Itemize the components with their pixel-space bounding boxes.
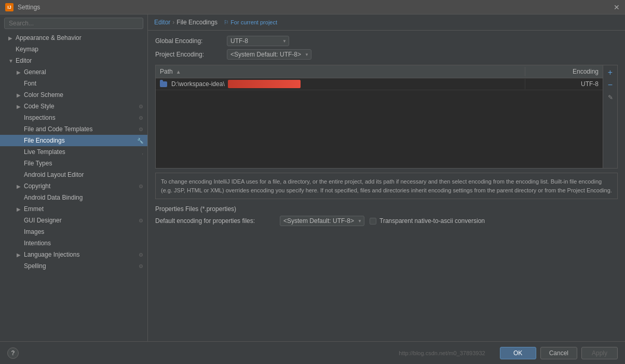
- encoding-form: Global Encoding: UTF-8 UTF-16 ISO-8859-1…: [148, 31, 625, 65]
- sidebar-item-font[interactable]: Font: [0, 78, 147, 89]
- settings-badge-icon: ⚙: [139, 263, 143, 269]
- transparent-checkbox-wrapper: Transparent native-to-ascii conversion: [370, 217, 485, 225]
- main-panel: Editor › File Encodings ⚐ For current pr…: [148, 15, 625, 341]
- path-redacted: [228, 80, 301, 88]
- sidebar-item-file-encodings[interactable]: File Encodings🔧: [0, 135, 147, 146]
- window-title: Settings: [18, 4, 40, 11]
- table-body: D:\workspace-idea\ UTF-8: [156, 78, 603, 168]
- sidebar-item-keymap[interactable]: Keymap: [0, 44, 147, 55]
- expand-icon: ▼: [8, 58, 13, 64]
- properties-row: Default encoding for properties files: <…: [155, 216, 618, 226]
- help-button[interactable]: ?: [7, 347, 19, 359]
- table-cell-encoding: UTF-8: [525, 79, 603, 89]
- remove-path-button[interactable]: −: [605, 80, 616, 90]
- app-icon: IJ: [5, 3, 13, 11]
- transparent-checkbox[interactable]: [370, 218, 376, 225]
- sidebar-item-android-layout-editor[interactable]: Android Layout Editor: [0, 169, 147, 180]
- sidebar-item-appearance[interactable]: ▶Appearance & Behavior: [0, 32, 147, 44]
- edit-path-button[interactable]: ✎: [605, 92, 616, 103]
- settings-badge-icon: ,: [142, 149, 143, 155]
- sidebar-item-intentions[interactable]: Intentions: [0, 237, 147, 249]
- col-path-header[interactable]: Path ▲: [156, 67, 525, 76]
- ok-button[interactable]: OK: [500, 347, 536, 359]
- sidebar-item-code-style[interactable]: ▶Code Style⚙: [0, 101, 147, 112]
- sidebar-item-editor[interactable]: ▼Editor: [0, 55, 147, 66]
- breadcrumb-editor[interactable]: Editor: [154, 19, 170, 26]
- expand-icon: ▶: [17, 104, 22, 109]
- sort-icon: ▲: [176, 69, 181, 75]
- breadcrumb: Editor › File Encodings ⚐ For current pr…: [148, 15, 625, 31]
- table-cell-path: D:\workspace-idea\: [156, 78, 525, 90]
- footer-right: http://blog.csdn.net/m0_37893932 OK Canc…: [399, 347, 618, 359]
- file-encoding-table-container: Path ▲ Encoding D:\workspace-idea\: [155, 65, 618, 169]
- table-row[interactable]: D:\workspace-idea\ UTF-8: [156, 78, 603, 90]
- apply-button[interactable]: Apply: [581, 347, 618, 359]
- sidebar-item-label: Font: [24, 80, 36, 87]
- sidebar-item-spelling[interactable]: Spelling⚙: [0, 260, 147, 272]
- properties-encoding-select[interactable]: <System Default: UTF-8> UTF-8 UTF-16: [280, 216, 364, 226]
- sidebar-item-language-injections[interactable]: ▶Language Injections⚙: [0, 249, 147, 260]
- settings-badge-icon: ⚙: [139, 218, 143, 223]
- expand-icon: ▶: [17, 184, 22, 189]
- sidebar-item-label: Keymap: [16, 46, 38, 53]
- col-encoding-header[interactable]: Encoding: [525, 67, 603, 76]
- global-encoding-label: Global Encoding:: [155, 37, 223, 45]
- global-encoding-row: Global Encoding: UTF-8 UTF-16 ISO-8859-1: [155, 36, 618, 46]
- table-header: Path ▲ Encoding: [156, 65, 603, 78]
- sidebar-item-label: Android Layout Editor: [24, 171, 84, 178]
- path-text: D:\workspace-idea\: [171, 80, 225, 88]
- table-inner: Path ▲ Encoding D:\workspace-idea\: [156, 65, 603, 168]
- description-text: To change encoding IntelliJ IDEA uses fo…: [161, 178, 612, 193]
- project-encoding-select[interactable]: <System Default: UTF-8> UTF-8 UTF-16: [227, 49, 311, 60]
- sidebar-item-file-types[interactable]: File Types: [0, 158, 147, 169]
- settings-dialog: ▶Appearance & BehaviorKeymap▼Editor▶Gene…: [0, 15, 625, 364]
- add-path-button[interactable]: +: [605, 67, 616, 78]
- sidebar-item-label: Inspections: [24, 114, 56, 121]
- breadcrumb-file-encodings: File Encodings: [176, 19, 218, 26]
- sidebar-item-android-data-binding[interactable]: Android Data Binding: [0, 192, 147, 203]
- sidebar-item-label: Color Scheme: [24, 91, 63, 99]
- sidebar-item-label: General: [24, 68, 46, 76]
- properties-section: Properties Files (*.properties) Default …: [155, 205, 618, 226]
- folder-icon: [160, 81, 167, 87]
- properties-title: Properties Files (*.properties): [155, 205, 618, 213]
- global-encoding-select[interactable]: UTF-8 UTF-16 ISO-8859-1: [227, 36, 289, 46]
- sidebar-item-live-templates[interactable]: Live Templates,: [0, 146, 147, 158]
- expand-icon: ▶: [8, 35, 13, 41]
- settings-badge-icon: ⚙: [139, 184, 143, 189]
- sidebar-item-inspections[interactable]: Inspections⚙: [0, 112, 147, 123]
- cancel-button[interactable]: Cancel: [540, 347, 577, 359]
- expand-icon: ▶: [17, 252, 22, 258]
- settings-badge-icon: ⚙: [139, 115, 143, 121]
- sidebar-item-file-code-templates[interactable]: File and Code Templates⚙: [0, 123, 147, 135]
- sidebar: ▶Appearance & BehaviorKeymap▼Editor▶Gene…: [0, 15, 148, 341]
- sidebar-item-emmet[interactable]: ▶Emmet: [0, 203, 147, 215]
- sidebar-item-label: Appearance & Behavior: [16, 34, 81, 41]
- sidebar-item-label: Intentions: [24, 240, 51, 247]
- sidebar-item-images[interactable]: Images: [0, 226, 147, 237]
- sidebar-item-color-scheme[interactable]: ▶Color Scheme: [0, 89, 147, 101]
- project-tag[interactable]: ⚐ For current project: [224, 19, 277, 26]
- sidebar-tree: ▶Appearance & BehaviorKeymap▼Editor▶Gene…: [0, 32, 147, 272]
- settings-badge-icon: 🔧: [137, 138, 143, 144]
- sidebar-item-label: GUI Designer: [24, 217, 62, 224]
- sidebar-item-general[interactable]: ▶General: [0, 66, 147, 78]
- expand-icon: ▶: [17, 92, 22, 98]
- sidebar-item-gui-designer[interactable]: GUI Designer⚙: [0, 215, 147, 226]
- dialog-content: ▶Appearance & BehaviorKeymap▼Editor▶Gene…: [0, 15, 625, 341]
- sidebar-item-label: Images: [24, 228, 44, 235]
- sidebar-item-label: File and Code Templates: [24, 125, 93, 133]
- project-encoding-select-wrapper: <System Default: UTF-8> UTF-8 UTF-16: [227, 49, 311, 60]
- expand-icon: ▶: [17, 206, 22, 212]
- sidebar-item-copyright[interactable]: ▶Copyright⚙: [0, 180, 147, 192]
- global-encoding-select-wrapper: UTF-8 UTF-16 ISO-8859-1: [227, 36, 289, 46]
- project-encoding-label: Project Encoding:: [155, 51, 223, 58]
- settings-badge-icon: ⚙: [139, 252, 143, 258]
- close-button[interactable]: ✕: [614, 3, 620, 11]
- properties-encoding-select-wrapper: <System Default: UTF-8> UTF-8 UTF-16: [280, 216, 364, 226]
- description-box: To change encoding IntelliJ IDEA uses fo…: [155, 173, 618, 199]
- search-input[interactable]: [4, 18, 143, 29]
- footer-url: http://blog.csdn.net/m0_37893932: [399, 350, 485, 356]
- expand-icon: ▶: [17, 69, 22, 75]
- properties-default-label: Default encoding for properties files:: [155, 217, 275, 225]
